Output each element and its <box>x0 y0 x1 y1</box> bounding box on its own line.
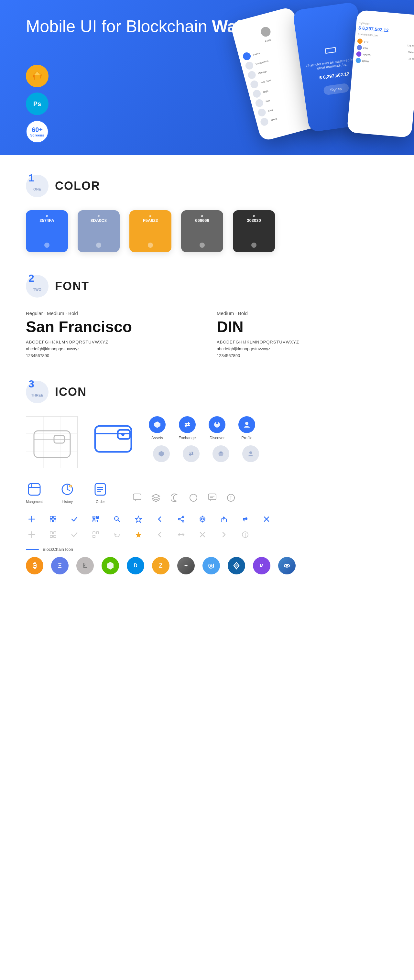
misc-icons-row <box>131 492 237 504</box>
speech-icon <box>206 492 218 504</box>
icon-main-area: Assets Exchange <box>26 416 388 468</box>
discover-svg <box>213 420 221 429</box>
svg-rect-80 <box>93 532 95 534</box>
check-icon <box>68 513 80 525</box>
swatch-gray: # 666666 <box>181 210 223 252</box>
moon-icon <box>169 492 180 504</box>
sf-upper: ABCDEFGHIJKLMNOPQRSTUVWXYZ <box>26 340 197 344</box>
svg-point-64 <box>182 516 184 518</box>
sf-nums: 1234567890 <box>26 353 197 358</box>
blockchain-label-text: BlockChain Icon <box>43 547 73 552</box>
nav-icons-row1: Assets Exchange <box>149 416 259 440</box>
settings-icon <box>197 513 208 525</box>
svg-line-62 <box>118 520 120 522</box>
qr-faded-icon <box>90 529 102 541</box>
swatch-dot <box>251 243 256 248</box>
info-icon <box>225 492 237 504</box>
layers-svg <box>151 493 161 502</box>
history-icon <box>59 481 76 498</box>
svg-rect-51 <box>50 520 53 522</box>
hero-section: Mobile UI for Blockchain Wallet UI Kit P… <box>0 0 414 155</box>
export-icon <box>218 513 230 525</box>
font-sf: Regular · Medium · Bold San Francisco AB… <box>26 310 197 358</box>
management-icon-item: Mangment <box>26 481 43 504</box>
check-faded-icon <box>68 529 80 541</box>
history-icon-item: History <box>59 481 76 504</box>
swatch-dot <box>199 243 205 248</box>
din-name: DIN <box>217 318 388 336</box>
svg-marker-37 <box>135 500 136 501</box>
moon-svg <box>171 493 178 502</box>
din-nums: 1234567890 <box>217 353 388 358</box>
nav-icons-row2 <box>149 445 259 462</box>
circle-svg <box>189 493 197 502</box>
svg-point-23 <box>220 452 221 453</box>
color-swatches: # 3574FA # 8DA0C8 # F5A623 # 666666 # <box>26 210 388 252</box>
ltc-icon: Ł <box>76 557 94 574</box>
speech-svg <box>208 493 217 502</box>
nav-profile: Profile <box>238 416 255 440</box>
svg-rect-49 <box>50 516 53 519</box>
crypto-icons-row: ₿ Ξ Ł D Z ✦ M <box>26 557 388 574</box>
icon-section-num: 3 THREE <box>26 381 49 403</box>
chat-svg <box>132 493 142 502</box>
phone-right: myWallet $ 6,297,502.12 Available: $300,… <box>347 10 414 138</box>
info-svg <box>227 493 235 502</box>
font-num-word: TWO <box>33 288 41 291</box>
sf-lower: abcdefghijklmnopqrstuvwxyz <box>26 347 197 351</box>
wallet-blue-icon <box>91 416 136 461</box>
discover-icon <box>209 416 225 433</box>
icon-title: ICON <box>55 385 87 399</box>
hero-title: Mobile UI for Blockchain Wallet <box>26 16 261 36</box>
svg-point-65 <box>178 519 180 520</box>
hero-badges: Ps 60+ Screens <box>26 65 49 143</box>
svg-rect-50 <box>54 516 56 519</box>
din-style: Medium · Bold <box>217 310 388 316</box>
svg-point-20 <box>245 422 248 425</box>
extra-icon <box>278 557 296 574</box>
svg-point-66 <box>182 521 184 522</box>
swatch-dark: # 303030 <box>233 210 275 252</box>
assets-gray-svg <box>158 450 165 457</box>
svg-point-94 <box>286 565 288 566</box>
svg-marker-4 <box>35 75 40 80</box>
svg-rect-58 <box>94 520 94 521</box>
order-label: Order <box>96 500 105 504</box>
icon-section-header: 3 THREE ICON <box>26 381 388 403</box>
ps-badge: Ps <box>26 92 49 115</box>
app-icons-row: Mangment History <box>26 481 388 504</box>
search-icon <box>111 513 123 525</box>
order-icon <box>92 481 109 498</box>
swatch-dot <box>148 243 153 248</box>
svg-rect-78 <box>50 535 53 538</box>
small-icons-row2 <box>26 529 388 541</box>
swatch-steel: # 8DA0C8 <box>78 210 119 252</box>
color-section-num: 1 ONE <box>26 175 49 197</box>
profile-label: Profile <box>241 436 252 440</box>
svg-point-91 <box>210 565 212 567</box>
nav-icons-area: Assets Exchange <box>149 416 259 462</box>
swatch-dot <box>96 243 101 248</box>
history-svg <box>60 482 75 496</box>
management-label: Mangment <box>26 500 43 504</box>
svg-rect-57 <box>97 517 98 518</box>
info-faded-icon <box>239 529 251 541</box>
zcash-icon: Z <box>152 557 169 574</box>
font-section-header: 2 TWO FONT <box>26 275 388 298</box>
icon-num-word: THREE <box>31 393 43 397</box>
svg-rect-56 <box>94 517 94 518</box>
screens-count: 60+ <box>32 126 43 133</box>
exchange-gray-svg <box>188 450 195 457</box>
svg-rect-82 <box>93 535 95 538</box>
svg-line-67 <box>180 517 182 519</box>
svg-point-45 <box>231 496 232 497</box>
svg-point-15 <box>121 433 124 436</box>
wallet-svg <box>94 423 132 454</box>
profile-gray-svg <box>247 450 254 457</box>
discover-gray-svg <box>217 450 225 457</box>
svg-rect-79 <box>54 535 56 538</box>
svg-rect-52 <box>54 520 56 522</box>
assets-label: Assets <box>151 436 163 440</box>
blockchain-label-row: BlockChain Icon <box>26 547 388 552</box>
grid-faded-icon <box>47 529 59 541</box>
